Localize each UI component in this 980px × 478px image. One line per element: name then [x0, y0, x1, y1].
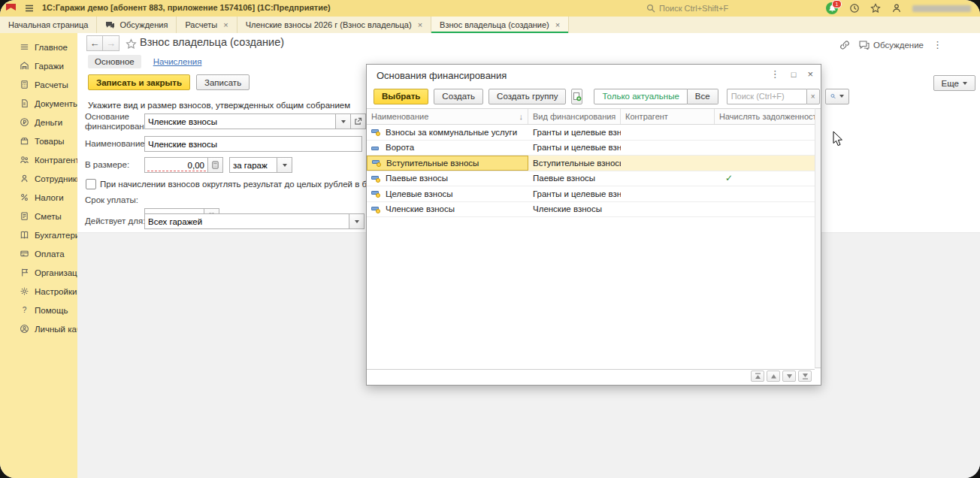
cell-contractor[interactable]: [621, 156, 715, 171]
cell-accrue-debt[interactable]: [715, 125, 815, 140]
cell-accrue-debt[interactable]: [715, 202, 815, 217]
cell-financing-type[interactable]: Вступительные взносы: [528, 156, 621, 171]
close-icon[interactable]: ×: [223, 20, 228, 29]
global-search[interactable]: Поиск Ctrl+Shift+F: [646, 2, 819, 14]
sidebar-item-8[interactable]: Налоги: [0, 188, 77, 207]
basis-input[interactable]: [145, 114, 335, 129]
column-header-0[interactable]: Наименование↓: [367, 109, 528, 124]
clear-search-icon[interactable]: ×: [806, 89, 820, 104]
sidebar-item-4[interactable]: Деньги: [0, 113, 77, 132]
more-menu-icon[interactable]: ⋮: [933, 39, 942, 50]
cell-contractor[interactable]: [621, 171, 715, 186]
workspace-tab-2[interactable]: Расчеты×: [177, 17, 237, 33]
maximize-icon[interactable]: □: [791, 70, 797, 79]
sidebar-item-14[interactable]: ?Помощь: [0, 301, 77, 319]
cell-accrue-debt[interactable]: [715, 141, 815, 156]
dialog-search-input[interactable]: [727, 89, 806, 104]
workspace-tab-4[interactable]: Взнос владельца (создание)×: [431, 17, 569, 33]
cell-accrue-debt[interactable]: [715, 186, 815, 201]
name-input[interactable]: [145, 137, 361, 151]
table-scrollbar[interactable]: [815, 108, 821, 368]
cell-financing-type[interactable]: Гранты и целевые взносы: [528, 186, 621, 201]
close-icon[interactable]: ×: [418, 20, 422, 29]
workspace-tab-0[interactable]: Начальная страница: [0, 17, 97, 33]
tab-nachisleniya[interactable]: Начисления: [153, 55, 202, 68]
cell-contractor[interactable]: [621, 186, 715, 201]
go-down-button[interactable]: [782, 371, 796, 382]
sidebar-item-0[interactable]: Главное: [0, 38, 77, 56]
sidebar-item-7[interactable]: Сотрудники: [0, 169, 77, 188]
cell-contractor[interactable]: [621, 141, 715, 156]
close-icon[interactable]: ×: [555, 20, 560, 29]
only-actual-toggle[interactable]: Только актуальные: [594, 89, 687, 104]
create-button[interactable]: Создать: [434, 89, 483, 104]
cell-financing-type[interactable]: Гранты и целевые взносы: [528, 125, 621, 140]
go-last-button[interactable]: [798, 371, 812, 382]
column-header-2[interactable]: Контрагент: [621, 109, 715, 124]
user-icon[interactable]: [891, 3, 902, 14]
basis-open-icon[interactable]: [350, 114, 365, 129]
select-button[interactable]: Выбрать: [374, 89, 428, 104]
search-options-button[interactable]: [825, 89, 849, 104]
sidebar-item-15[interactable]: Личный кабинет: [0, 319, 77, 338]
workspace-tab-3[interactable]: Членские взносы 2026 г (Взнос владельца)…: [237, 17, 431, 33]
cell-name[interactable]: Членские взносы: [367, 202, 528, 217]
dialog-menu-icon[interactable]: ⋮: [770, 68, 780, 80]
cell-accrue-debt[interactable]: [715, 156, 815, 171]
sidebar-item-5[interactable]: Товары: [0, 132, 77, 150]
create-group-button[interactable]: Создать группу: [488, 89, 566, 104]
cell-name[interactable]: Ворота: [367, 141, 528, 156]
forward-button[interactable]: →: [103, 35, 119, 51]
sidebar-item-11[interactable]: Оплата: [0, 244, 77, 263]
amount-input[interactable]: [145, 158, 207, 172]
discussion-button[interactable]: Обсуждение: [859, 41, 924, 50]
all-toggle[interactable]: Все: [688, 89, 718, 104]
go-up-button[interactable]: [767, 371, 780, 382]
sidebar-item-9[interactable]: Сметы: [0, 207, 77, 225]
sidebar-item-3[interactable]: Документы: [0, 94, 77, 113]
cell-name[interactable]: Вступительные взносы: [367, 156, 528, 171]
table-row-1[interactable]: ВоротаГранты и целевые взносы: [367, 141, 815, 156]
sidebar-item-12[interactable]: Организация: [0, 263, 77, 282]
cell-name[interactable]: Целевые взносы: [367, 186, 528, 201]
column-header-1[interactable]: Вид финансирования: [528, 109, 621, 124]
user-name-redacted[interactable]: [912, 5, 971, 12]
workspace-tab-1[interactable]: Обсуждения: [97, 17, 177, 33]
tab-osnovnoe[interactable]: Основное: [88, 55, 141, 68]
table-row-5[interactable]: Членские взносыЧленские взносы: [367, 202, 815, 218]
cell-financing-type[interactable]: Членские взносы: [528, 202, 621, 217]
cell-name[interactable]: Паевые взносы: [367, 171, 528, 186]
sidebar-item-6[interactable]: Контрагенты: [0, 150, 77, 169]
table-row-3[interactable]: Паевые взносыПаевые взносы✓: [367, 171, 815, 187]
cell-contractor[interactable]: [621, 202, 715, 217]
history-icon[interactable]: [849, 3, 860, 14]
column-header-3[interactable]: Начислять задолженность: [715, 109, 815, 124]
sidebar-item-13[interactable]: Настройки: [0, 282, 77, 301]
favorite-star-icon[interactable]: [126, 38, 137, 50]
cell-financing-type[interactable]: Гранты и целевые взносы: [528, 141, 621, 156]
amount-unit-input[interactable]: [230, 158, 277, 172]
amount-unit-dropdown-button[interactable]: [277, 158, 292, 172]
calculator-icon[interactable]: [207, 158, 222, 172]
cell-name[interactable]: Взносы за коммунальные услуги: [367, 125, 528, 140]
link-icon[interactable]: [839, 40, 850, 50]
rounding-checkbox[interactable]: [86, 179, 96, 189]
copy-item-button[interactable]: [571, 89, 582, 104]
back-button[interactable]: ←: [86, 35, 103, 51]
table-row-2[interactable]: Вступительные взносыВступительные взносы: [367, 156, 815, 171]
applies-dropdown-button[interactable]: [349, 214, 364, 228]
notifications-button[interactable]: 1: [826, 2, 839, 15]
close-icon[interactable]: ×: [807, 68, 813, 80]
save-button[interactable]: Записать: [196, 74, 250, 90]
table-row-4[interactable]: Целевые взносыГранты и целевые взносы: [367, 186, 815, 202]
sidebar-item-2[interactable]: Расчеты: [0, 75, 77, 94]
sidebar-item-1[interactable]: Гаражи: [0, 56, 77, 75]
applies-input[interactable]: [145, 214, 349, 228]
more-button[interactable]: Еще: [933, 75, 975, 91]
basis-dropdown-button[interactable]: [335, 114, 350, 129]
cell-contractor[interactable]: [621, 125, 715, 140]
cell-accrue-debt[interactable]: ✓: [715, 171, 815, 186]
save-and-close-button[interactable]: Записать и закрыть: [88, 74, 190, 90]
table-row-0[interactable]: Взносы за коммунальные услугиГранты и це…: [367, 125, 815, 141]
go-first-button[interactable]: [751, 371, 764, 382]
